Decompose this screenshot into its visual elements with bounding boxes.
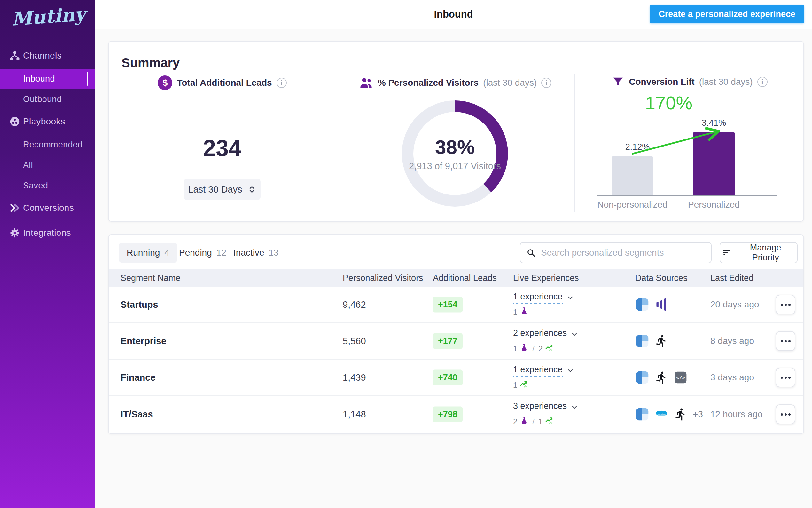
priority-lines-icon: [722, 248, 731, 257]
column-header: Live Experiences: [513, 273, 579, 283]
segment-name: IT/Saas: [121, 409, 153, 420]
sidebar-label: Playbooks: [23, 117, 65, 127]
experiences-link[interactable]: 3 experiences: [513, 401, 578, 413]
runner-icon: [654, 371, 668, 384]
divider: [336, 74, 336, 212]
separator: /: [531, 344, 536, 353]
sidebar-label: Saved: [23, 181, 48, 190]
tab-pending[interactable]: Pending 12: [171, 243, 234, 263]
manage-priority-label: Manage Priority: [736, 243, 795, 263]
create-experience-button[interactable]: Create a personalized experinece: [650, 5, 804, 24]
row-menu-button[interactable]: [775, 405, 795, 424]
lift-arrow: [574, 115, 805, 195]
tab-count: 13: [269, 248, 279, 258]
leads-badge: +177: [433, 333, 463, 349]
column-header: Segment Name: [121, 273, 181, 283]
date-range-value: Last 30 Days: [188, 184, 242, 195]
svg-text:</>: </>: [676, 376, 685, 381]
last-edited: 12 hours ago: [710, 409, 762, 419]
data-sources: [635, 334, 668, 348]
row-menu-button[interactable]: [775, 331, 795, 351]
info-icon[interactable]: i: [277, 78, 287, 88]
experiences-link[interactable]: 1 experience: [513, 292, 574, 304]
sidebar-item-playbooks[interactable]: Playbooks: [0, 112, 95, 131]
segment-search: [520, 242, 712, 263]
tab-inactive[interactable]: Inactive 13: [226, 243, 286, 263]
sidebar-item-inbound[interactable]: Inbound: [0, 69, 95, 89]
tab-count: 12: [217, 248, 226, 258]
chevron-down-icon: [571, 404, 578, 411]
tab-label: Inactive: [233, 248, 265, 258]
growth-arrow-icon: [545, 416, 554, 427]
metric-sublabel: (last 30 days): [483, 78, 537, 88]
segment-name: Enterprise: [121, 336, 166, 346]
experiences-detail: 1/2: [513, 343, 578, 354]
search-icon: [526, 248, 536, 257]
experiences-cell: 2 experiences 1/2: [513, 328, 578, 354]
active-caret: [87, 72, 88, 86]
data-sources: salesforce+3: [635, 407, 703, 421]
sidebar-label: Conversions: [23, 203, 74, 213]
data-sources: </>: [635, 371, 688, 384]
row-menu-button[interactable]: [775, 295, 795, 314]
search-input[interactable]: [540, 247, 705, 258]
sidebar-label: All: [23, 160, 33, 170]
column-header: Personalized Visitors: [343, 273, 423, 283]
sidebar-item-conversions[interactable]: Conversions: [0, 198, 95, 218]
flask-icon: [520, 416, 528, 427]
lift-bar-chart: 2.12% 3.41% Non-personalized Personalize…: [574, 115, 805, 195]
table-row: Enterprise 5,560 +177 2 experiences 1/2 …: [109, 323, 803, 359]
last-edited: 8 days ago: [710, 336, 754, 346]
code-icon: </>: [674, 371, 688, 384]
table-row: Startups 9,462 +154 1 experience 1 20 da…: [109, 287, 803, 323]
manage-priority-button[interactable]: Manage Priority: [720, 242, 798, 263]
column-header: Additional Leads: [433, 273, 497, 283]
table-row: Finance 1,439 +740 1 experience 1 </> 3 …: [109, 359, 803, 396]
experiences-cell: 1 experience 1: [513, 292, 574, 318]
stepper-icon: [247, 185, 256, 194]
chevron-down-icon: [567, 367, 574, 375]
playbooks-reel-icon: [9, 116, 20, 127]
data-sources: [635, 297, 668, 311]
summary-title: Summary: [122, 56, 180, 70]
sidebar-item-all[interactable]: All: [0, 155, 95, 175]
sidebar-item-integrations[interactable]: Integrations: [0, 223, 95, 243]
visitors-metric-header: % Personalized Visitors (last 30 days) i: [336, 76, 574, 90]
last-edited: 20 days ago: [710, 299, 759, 310]
sidebar-item-recommended[interactable]: Recommended: [0, 135, 95, 155]
experiences-detail: 1: [513, 307, 574, 318]
bar-category-label: Personalized: [679, 200, 749, 210]
tab-label: Pending: [179, 248, 212, 258]
experience-count: 1: [513, 344, 517, 353]
experiences-link[interactable]: 1 experience: [513, 365, 574, 377]
metric-label: Total Additional Leads: [177, 78, 272, 88]
date-range-selector[interactable]: Last 30 Days: [184, 178, 260, 200]
runner-icon: [674, 407, 688, 421]
extra-sources-count: +3: [693, 409, 703, 419]
tab-label: Running: [127, 248, 160, 258]
separator: /: [531, 417, 536, 426]
experience-count: 1: [538, 417, 542, 426]
last-edited: 3 days ago: [710, 372, 754, 383]
total-leads-value: 234: [109, 135, 336, 161]
summary-card: Summary $ Total Additional Leads i 234 L…: [108, 41, 804, 222]
clearbit-icon: [635, 334, 649, 348]
funnel-icon: [612, 76, 624, 88]
experiences-link[interactable]: 2 experiences: [513, 328, 578, 340]
sidebar-item-saved[interactable]: Saved: [0, 176, 95, 196]
dollar-icon: $: [158, 76, 172, 90]
sidebar-label: Channels: [23, 50, 62, 61]
row-menu-button[interactable]: [775, 368, 795, 387]
experiences-detail: 2/1: [513, 416, 578, 427]
lift-metric-header: Conversion Lift (last 30 days) i: [574, 76, 805, 88]
experiences-label: 2 experiences: [513, 328, 567, 340]
visitors-detail: 2,913 of 9,017 Visitors: [409, 161, 501, 171]
tab-running[interactable]: Running 4: [119, 243, 177, 263]
info-icon[interactable]: i: [541, 78, 552, 88]
visitors-value: 1,439: [343, 372, 366, 383]
sidebar-item-outbound[interactable]: Outbound: [0, 89, 95, 109]
donut-center-labels: 38% 2,913 of 9,017 Visitors: [402, 100, 508, 207]
info-icon[interactable]: i: [757, 77, 768, 87]
table-row: IT/Saas 1,148 +798 3 experiences 2/1 sal…: [109, 396, 803, 432]
sidebar-item-channels[interactable]: Channels: [0, 46, 95, 66]
